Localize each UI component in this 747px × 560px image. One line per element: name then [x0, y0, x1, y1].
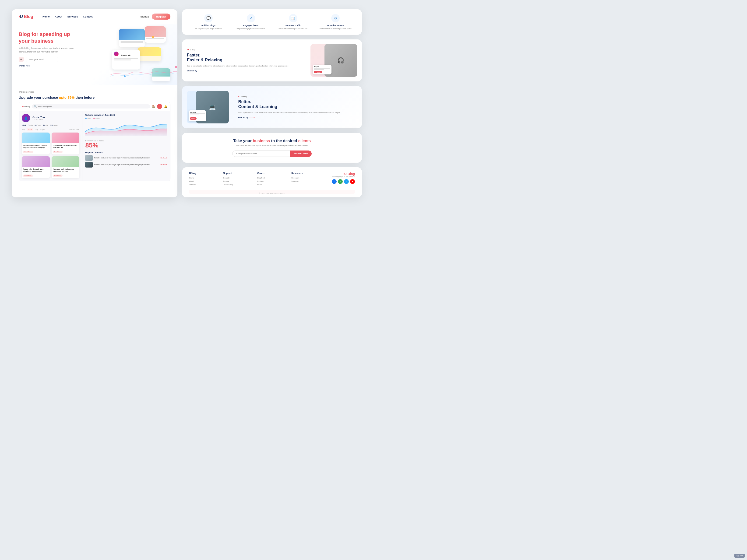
card-name: Brandon Mil.	[121, 54, 130, 56]
card-line	[114, 58, 138, 59]
fp-desc-1: Sed ut perspiciatis unde omnis iste natu…	[187, 64, 306, 68]
left-panel: i U Blog Home About Services Contact Sig…	[12, 9, 177, 197]
services-title: Upgrade your purchase upto 85% then befo…	[19, 96, 171, 99]
blog-card: Color palette – why to be choosy here li…	[52, 133, 80, 155]
read-more-button[interactable]: Read More	[23, 175, 33, 177]
nav-services[interactable]: Services	[67, 15, 78, 18]
feature-growth: ⚙ Optimize Growth Our main aim is to opt…	[316, 14, 355, 30]
hero-title: Blog for speeding up your business	[19, 31, 79, 44]
next-btn[interactable]: Next	[76, 129, 79, 130]
publish-icon: 💬	[204, 14, 213, 22]
nav-home[interactable]: Home	[43, 15, 50, 18]
footer-link-services[interactable]: Services	[189, 183, 218, 186]
footer-link-interviews[interactable]: Interviews	[291, 180, 321, 182]
services-section: iU Blog Services Upgrade your purchase u…	[12, 85, 177, 189]
nav-links: Home About Services Contact	[43, 15, 140, 18]
blog-card-title: Keep original content orientation to gro…	[23, 144, 48, 149]
hero-section: Blog for speeding up your business Publi…	[12, 24, 177, 85]
footer-link-about[interactable]: About	[189, 180, 218, 182]
services-logo: iU Blog Services	[19, 91, 34, 93]
fp-link-2[interactable]: Give it a try ——→	[238, 116, 357, 118]
dot-pink	[175, 66, 177, 68]
month-may[interactable]: May	[22, 129, 25, 130]
month-june[interactable]: June	[27, 128, 33, 131]
signup-button[interactable]: Signup	[140, 15, 149, 18]
blog-card-title: Keep your work station more natural and …	[53, 168, 78, 172]
bell-icon[interactable]: 🔔	[164, 105, 168, 108]
month-august[interactable]: August	[40, 129, 45, 130]
footer-col-title: UBlog	[189, 172, 218, 175]
card-image	[138, 47, 161, 56]
footer-link-home[interactable]: Home	[189, 177, 218, 179]
footer-link-blogpost[interactable]: Blog Post	[257, 177, 287, 179]
popular-item-1: Make the best use of you budget to get y…	[85, 155, 168, 161]
feature-title: Optimize Growth	[316, 24, 355, 27]
stat-reads: 15.4k+ Reads	[22, 124, 33, 126]
avatar-button[interactable]	[157, 104, 162, 109]
month-july[interactable]: July	[35, 129, 38, 130]
footer-link-research[interactable]: Research	[291, 177, 321, 179]
direct-label: Direct increase on website	[85, 140, 168, 142]
twitter-icon[interactable]: t	[344, 179, 349, 184]
youtube-icon[interactable]: ▶	[350, 179, 355, 184]
growth-icon: ⚙	[331, 14, 340, 22]
email-input[interactable]	[26, 57, 58, 62]
hero-text: Blog for speeding up your business Publi…	[19, 31, 79, 67]
dashboard-right: Website growth on June 2020 Views Reads	[82, 111, 170, 181]
fp-title-2: Better. Content & Learning	[238, 99, 357, 109]
register-button[interactable]: Register	[152, 14, 171, 20]
cta-title: Take your business to the desired client…	[189, 139, 355, 143]
cta-form: Request a demo	[232, 151, 312, 157]
footer-link-editor[interactable]: Editor	[257, 183, 287, 186]
float-card-3	[138, 47, 161, 61]
stat-calendars: 24 Cal.	[43, 124, 48, 126]
feature-panel-faster: iU iU Blog Faster. Easier & Relaxing Sed…	[182, 39, 362, 81]
legend-dot-pink	[93, 117, 95, 119]
email-icon: ✉	[19, 57, 24, 62]
right-panel: 💬 Publish Blogs We will publish your blo…	[182, 9, 362, 197]
dashboard-icons: 🏠 🔔	[152, 104, 168, 109]
read-more-button[interactable]: Read More	[53, 151, 63, 153]
nav-actions: Signup Register	[140, 14, 171, 20]
card-avatar	[114, 52, 119, 56]
footer-col-career: Career Blog Post Designer Editor	[257, 172, 287, 187]
google-icon[interactable]: G	[338, 179, 343, 184]
popular-count: 330+ Reads	[160, 157, 168, 159]
card-image	[145, 26, 166, 37]
feature-panel-image-2: 💻 Blog Entry Further	[187, 91, 233, 124]
search-input[interactable]	[38, 105, 148, 108]
fp-link-1[interactable]: Give it a try ——→	[187, 70, 306, 72]
feature-panel-image-1: 🎧 Blog Title Publish	[310, 44, 357, 77]
home-icon[interactable]: 🏠	[152, 105, 155, 108]
dashboard-search[interactable]: 🔍	[32, 104, 150, 108]
read-more-button[interactable]: Read More	[23, 151, 33, 153]
footer-link-designer[interactable]: Designer	[257, 180, 287, 182]
float-card-1	[119, 29, 145, 47]
further-button[interactable]: Further	[190, 117, 196, 120]
facebook-icon[interactable]: f	[332, 179, 337, 184]
social-icons: f G t ▶	[326, 179, 355, 184]
cta-email-input[interactable]	[232, 151, 290, 157]
nav-contact[interactable]: Contact	[83, 15, 93, 18]
fp-card-2: Blog Entry Further	[189, 110, 206, 121]
hero-description: Publish blog, have more visitors, get le…	[19, 47, 79, 53]
arrow-icon: →	[31, 64, 33, 67]
prev-btn[interactable]: Previous	[69, 129, 75, 130]
footer-link-security[interactable]: Security	[223, 177, 253, 179]
footer-link-terms[interactable]: Terms Policy	[223, 183, 253, 186]
dashboard-nav: iU iU Blog 🔍 🏠 🔔	[19, 102, 170, 111]
card-bar	[314, 68, 330, 69]
read-more-button[interactable]: Read More	[53, 175, 63, 177]
try-free-link[interactable]: Try for free →	[19, 64, 79, 67]
footer-link-privacy[interactable]: Privacy	[223, 180, 253, 182]
cta-subtitle: Your voice will be heard & your product …	[189, 145, 355, 147]
fp-logo-text: iU Blog	[189, 49, 196, 51]
nav-about[interactable]: About	[55, 15, 62, 18]
stat-posts: 90 Posts	[34, 124, 41, 126]
blog-card: Accent color demands more attention to p…	[22, 156, 50, 178]
request-demo-button[interactable]: Request a demo	[290, 151, 312, 157]
fp-logo-accent: iU	[187, 49, 189, 51]
blog-card-image	[52, 133, 80, 143]
fp-label-1: iU iU Blog	[187, 49, 306, 51]
publish-button[interactable]: Publish	[314, 71, 323, 73]
